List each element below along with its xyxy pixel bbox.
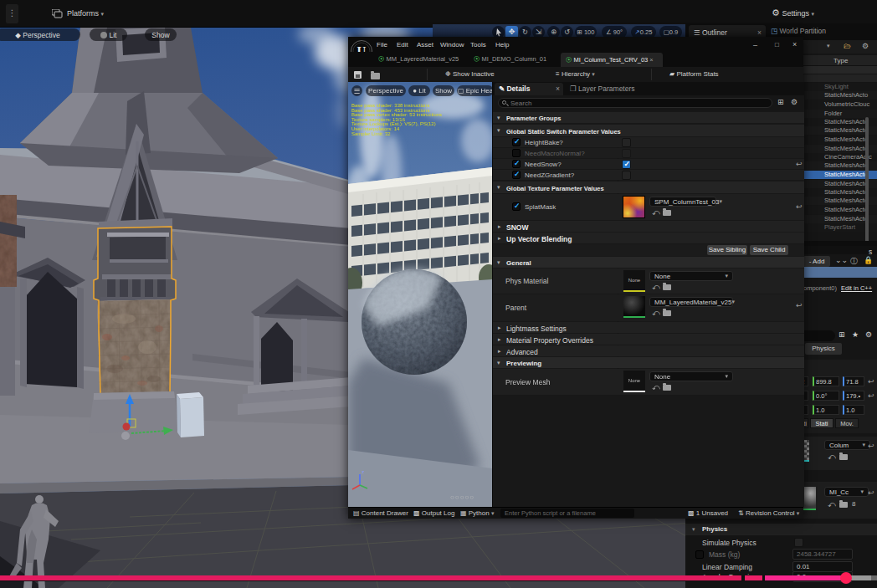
svg-text:z: z — [362, 469, 364, 474]
